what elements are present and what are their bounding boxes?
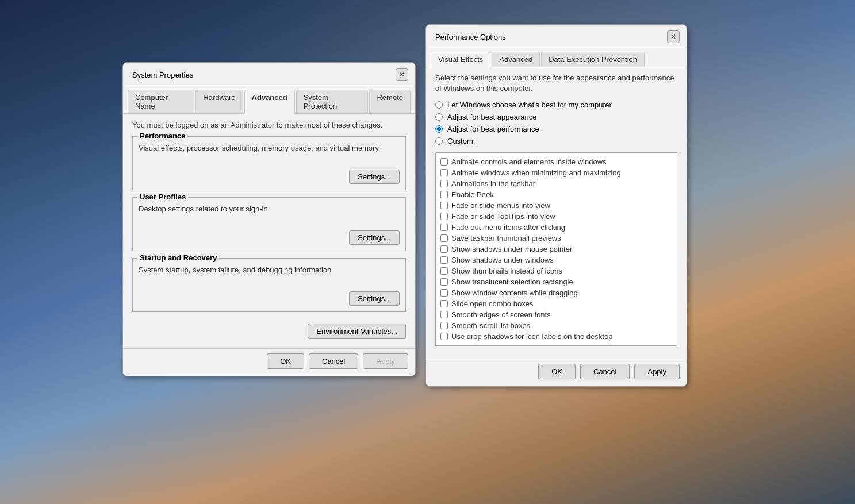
radio-best-performance-input[interactable] <box>435 125 443 133</box>
checkbox-enable-peek-input[interactable] <box>440 191 448 198</box>
checkbox-enable-peek-label: Enable Peek <box>451 190 494 199</box>
perf-tab-advanced[interactable]: Advanced <box>492 52 540 67</box>
checkbox-translucent-rect[interactable]: Show translucent selection rectangle <box>439 276 673 287</box>
perf-opts-tabs: Visual Effects Advanced Data Execution P… <box>426 48 687 67</box>
startup-recovery-section: Startup and Recovery System startup, sys… <box>132 258 406 312</box>
perf-opts-content: Select the settings you want to use for … <box>426 67 687 359</box>
checkbox-fade-menu-items-label: Fade out menu items after clicking <box>451 223 565 232</box>
checkbox-fade-slide-menus-input[interactable] <box>440 202 448 209</box>
tab-computer-name[interactable]: Computer Name <box>128 90 194 113</box>
checkbox-slide-combo-label: Slide open combo boxes <box>451 299 533 308</box>
checkbox-animate-controls[interactable]: Animate controls and elements inside win… <box>439 156 673 167</box>
startup-recovery-desc: System startup, system failure, and debu… <box>139 266 400 274</box>
env-btn-row: Environment Variables... <box>132 319 406 341</box>
system-props-ok-button[interactable]: OK <box>267 353 304 369</box>
tab-hardware[interactable]: Hardware <box>195 90 243 113</box>
checkbox-fade-slide-tooltips-input[interactable] <box>440 213 448 220</box>
system-props-close-button[interactable]: ✕ <box>396 68 408 81</box>
user-profiles-settings-button[interactable]: Settings... <box>349 230 400 245</box>
checkbox-window-dragging[interactable]: Show window contents while dragging <box>439 287 673 298</box>
tab-remote[interactable]: Remote <box>369 90 411 113</box>
environment-variables-button[interactable]: Environment Variables... <box>308 324 406 339</box>
checkbox-shadows-mouse[interactable]: Show shadows under mouse pointer <box>439 244 673 255</box>
checkbox-smooth-edges-input[interactable] <box>440 311 448 318</box>
checkbox-fade-slide-tooltips-label: Fade or slide ToolTips into view <box>451 212 555 221</box>
user-profiles-desc: Desktop settings related to your sign-in <box>139 205 400 213</box>
checkbox-taskbar-previews-label: Save taskbar thumbnail previews <box>451 234 561 243</box>
admin-notice: You must be logged on as an Administrato… <box>132 121 406 129</box>
user-profiles-label: User Profiles <box>137 193 188 201</box>
checkbox-translucent-rect-input[interactable] <box>440 278 448 286</box>
checkbox-slide-combo-input[interactable] <box>440 300 448 307</box>
checkbox-smooth-scroll-label: Smooth-scroll list boxes <box>451 321 530 330</box>
checkbox-fade-slide-tooltips[interactable]: Fade or slide ToolTips into view <box>439 211 673 222</box>
system-properties-dialog: System Properties ✕ Computer Name Hardwa… <box>122 62 416 376</box>
checkbox-translucent-rect-label: Show translucent selection rectangle <box>451 278 573 286</box>
radio-best-performance-label: Adjust for best performance <box>447 125 539 133</box>
system-props-title: System Properties <box>132 71 193 79</box>
system-props-cancel-button[interactable]: Cancel <box>309 353 358 369</box>
startup-recovery-label: Startup and Recovery <box>137 253 219 262</box>
checkbox-thumbnails-icons[interactable]: Show thumbnails instead of icons <box>439 266 673 276</box>
radio-best-appearance-input[interactable] <box>435 113 443 121</box>
checkbox-drop-shadows-labels-input[interactable] <box>440 333 448 340</box>
checkbox-shadows-mouse-input[interactable] <box>440 245 448 253</box>
radio-custom-label: Custom: <box>447 137 475 145</box>
perf-tab-visual-effects[interactable]: Visual Effects <box>431 52 490 67</box>
perf-opts-cancel-button[interactable]: Cancel <box>580 364 630 379</box>
checkbox-animate-windows-label: Animate windows when minimizing and maxi… <box>451 168 621 177</box>
checkbox-window-dragging-label: Show window contents while dragging <box>451 288 578 297</box>
checkbox-smooth-scroll[interactable]: Smooth-scroll list boxes <box>439 320 673 331</box>
checkbox-slide-combo[interactable]: Slide open combo boxes <box>439 298 673 309</box>
checkbox-animations-taskbar-label: Animations in the taskbar <box>451 179 535 188</box>
performance-settings-button[interactable]: Settings... <box>349 170 400 184</box>
checkbox-animations-taskbar[interactable]: Animations in the taskbar <box>439 178 673 189</box>
radio-let-windows-input[interactable] <box>435 101 443 109</box>
perf-opts-close-button[interactable]: ✕ <box>667 30 680 43</box>
checkbox-fade-slide-menus-label: Fade or slide menus into view <box>451 201 550 210</box>
radio-let-windows[interactable]: Let Windows choose what's best for my co… <box>435 101 677 109</box>
system-props-content: You must be logged on as an Administrato… <box>123 114 415 348</box>
checkbox-animations-taskbar-input[interactable] <box>440 180 448 187</box>
checkbox-drop-shadows-labels[interactable]: Use drop shadows for icon labels on the … <box>439 331 673 342</box>
checkbox-thumbnails-icons-input[interactable] <box>440 267 448 275</box>
perf-opts-apply-button[interactable]: Apply <box>634 364 680 379</box>
radio-best-performance[interactable]: Adjust for best performance <box>435 125 677 133</box>
perf-tab-dep[interactable]: Data Execution Prevention <box>541 52 645 67</box>
checkbox-smooth-edges-label: Smooth edges of screen fonts <box>451 310 551 319</box>
startup-recovery-settings-button[interactable]: Settings... <box>349 291 400 306</box>
user-profiles-section: User Profiles Desktop settings related t… <box>132 197 406 251</box>
radio-best-appearance[interactable]: Adjust for best appearance <box>435 113 677 121</box>
system-props-apply-button[interactable]: Apply <box>363 353 408 369</box>
system-props-titlebar: System Properties ✕ <box>123 63 415 86</box>
checkbox-taskbar-previews[interactable]: Save taskbar thumbnail previews <box>439 233 673 244</box>
checkbox-animate-windows-input[interactable] <box>440 169 448 176</box>
radio-best-appearance-label: Adjust for best appearance <box>447 113 536 121</box>
checkbox-shadows-windows[interactable]: Show shadows under windows <box>439 255 673 266</box>
perf-opts-ok-button[interactable]: OK <box>538 364 576 379</box>
perf-radio-group: Let Windows choose what's best for my co… <box>435 101 677 145</box>
checkbox-window-dragging-input[interactable] <box>440 289 448 297</box>
visual-effects-checkbox-list: Animate controls and elements inside win… <box>435 152 677 346</box>
tab-system-protection[interactable]: System Protection <box>296 90 369 113</box>
checkbox-smooth-scroll-input[interactable] <box>440 322 448 329</box>
checkbox-animate-controls-label: Animate controls and elements inside win… <box>451 157 607 166</box>
radio-custom-input[interactable] <box>435 137 443 145</box>
checkbox-animate-controls-input[interactable] <box>440 158 448 166</box>
checkbox-fade-menu-items-input[interactable] <box>440 224 448 231</box>
checkbox-smooth-edges[interactable]: Smooth edges of screen fonts <box>439 309 673 320</box>
checkbox-fade-slide-menus[interactable]: Fade or slide menus into view <box>439 200 673 211</box>
perf-opts-title: Performance Options <box>435 33 506 41</box>
radio-custom[interactable]: Custom: <box>435 137 677 145</box>
checkbox-fade-menu-items[interactable]: Fade out menu items after clicking <box>439 222 673 233</box>
tab-advanced[interactable]: Advanced <box>244 90 295 114</box>
checkbox-enable-peek[interactable]: Enable Peek <box>439 189 673 200</box>
checkbox-shadows-mouse-label: Show shadows under mouse pointer <box>451 245 572 253</box>
checkbox-taskbar-previews-input[interactable] <box>440 234 448 242</box>
checkbox-shadows-windows-input[interactable] <box>440 256 448 264</box>
system-props-tabs: Computer Name Hardware Advanced System P… <box>123 86 415 114</box>
perf-opts-footer: OK Cancel Apply <box>426 359 687 386</box>
checkbox-animate-windows[interactable]: Animate windows when minimizing and maxi… <box>439 167 673 178</box>
performance-options-dialog: Performance Options ✕ Visual Effects Adv… <box>425 24 687 387</box>
performance-section: Performance Visual effects, processor sc… <box>132 136 406 190</box>
